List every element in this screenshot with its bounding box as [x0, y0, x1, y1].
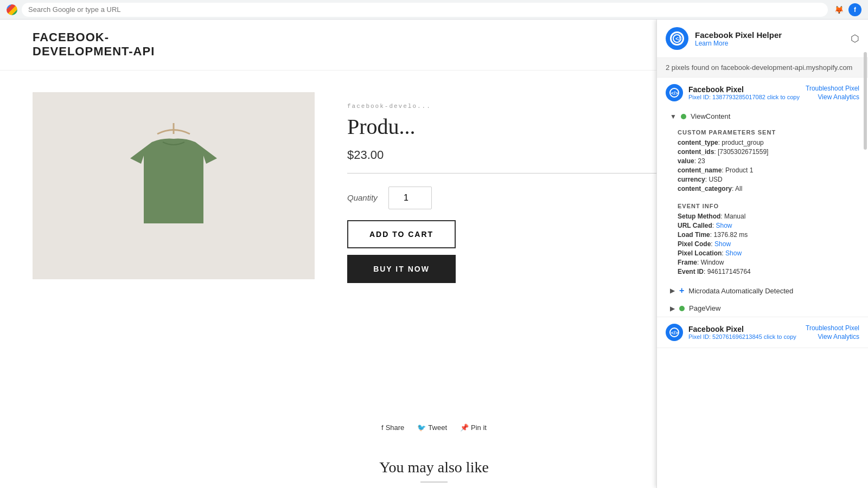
fpx-pixel2-id: Pixel ID: 520761696213845 click to copy — [688, 333, 800, 340]
product-image — [33, 92, 315, 279]
fpx-microdata-arrow[interactable]: ▶ — [670, 287, 675, 294]
fpx-params-section: CUSTOM PARAMETERS SENT content_type: pro… — [657, 125, 868, 198]
fpx-param-content_type: content_type: product_group — [678, 139, 859, 146]
svg-text:</>: </> — [671, 330, 678, 336]
pinterest-icon: 📌 — [460, 423, 469, 432]
fpx-pixel2-analytics-link[interactable]: View Analytics — [818, 333, 859, 341]
tshirt-svg — [119, 115, 228, 256]
fpx-analytics-link[interactable]: View Analytics — [818, 93, 859, 101]
share-twitter[interactable]: 🐦 Tweet — [417, 423, 447, 432]
fpx-external-link-icon[interactable]: ⬡ — [851, 33, 859, 44]
fpx-pageview-dot — [679, 306, 685, 311]
fpx-info-event-id: Event ID: 946117145764 — [678, 268, 859, 275]
fpx-event-info-section: EVENT INFO Setup Method: Manual URL Call… — [657, 198, 868, 281]
nav-brand: FACEBOOK- DEVELOPMENT-API — [33, 30, 727, 59]
fpx-pixel1-name: Facebook Pixel — [688, 85, 800, 94]
fpx-param-value: value: 23 — [678, 157, 859, 165]
also-like-divider — [420, 481, 448, 483]
fpx-pixel2-troubleshoot-link[interactable]: Troubleshoot Pixel — [806, 324, 859, 332]
fpx-url-called-link[interactable]: Show — [716, 222, 732, 229]
fpx-microdata-row: ▶ + Microdata Automatically Detected — [657, 281, 868, 300]
fpx-pixel2-logo: </> — [669, 328, 679, 337]
share-pinterest[interactable]: 📌 Pin it — [460, 423, 487, 432]
fpx-params-title: CUSTOM PARAMETERS SENT — [678, 129, 859, 136]
fpx-pixel1-header: </> Facebook Pixel Pixel ID: 13877932850… — [657, 78, 868, 108]
fpx-info-frame: Frame: Window — [678, 259, 859, 266]
fpx-param-currency: currency: USD — [678, 176, 859, 183]
fpx-pixel1-info: Facebook Pixel Pixel ID: 138779328501708… — [688, 85, 800, 100]
fpx-pixel1-actions: Troubleshoot Pixel View Analytics — [806, 85, 859, 101]
share-facebook[interactable]: f Share — [381, 423, 404, 432]
fpx-param-content_ids: content_ids: [7305302671559] — [678, 148, 859, 156]
fpx-pixel2-copy[interactable]: click to copy — [764, 333, 796, 340]
fpx-pixel1-icon: </> — [666, 84, 683, 101]
fpx-pixel2-actions: Troubleshoot Pixel View Analytics — [806, 324, 859, 341]
fpx-title-area: Facebook Pixel Helper Learn More — [695, 30, 844, 47]
fpx-title: Facebook Pixel Helper — [695, 30, 844, 40]
pixel-helper-icon[interactable]: f — [848, 3, 861, 16]
fpx-scroll-area[interactable]: </> Facebook Pixel Pixel ID: 13877932850… — [657, 78, 868, 488]
fpx-pixel1-logo: </> — [669, 88, 679, 98]
fpx-panel: </> Facebook Pixel Helper Learn More ⬡ 2… — [656, 20, 868, 488]
firefox-icon[interactable]: 🦊 — [832, 3, 845, 16]
fpx-event-info-title: EVENT INFO — [678, 203, 859, 209]
scrollbar[interactable] — [864, 52, 867, 150]
page: FACEBOOK- DEVELOPMENT-API HOME CATALOG — [0, 20, 868, 488]
fpx-logo: </> — [666, 27, 688, 50]
fpx-microdata-plus-icon: + — [679, 286, 684, 296]
svg-text:</>: </> — [671, 91, 678, 96]
fpx-pageview-label: PageView — [689, 304, 720, 312]
fpx-pixel2-icon: </> — [666, 324, 683, 341]
fpx-logo-inner: </> — [670, 31, 684, 46]
fpx-learn-more-link[interactable]: Learn More — [695, 40, 844, 47]
fpx-viewcontent-row: ▼ ViewContent — [657, 108, 868, 125]
fpx-viewcontent-arrow[interactable]: ▼ — [670, 113, 676, 120]
fpx-logo-icon: </> — [673, 34, 681, 43]
fpx-pixel-location-link[interactable]: Show — [725, 249, 742, 257]
browser-bar: 🦊 f — [0, 0, 868, 20]
fpx-info-load-time: Load Time: 1376.82 ms — [678, 231, 859, 239]
fpx-info-pixel-code: Pixel Code: Show — [678, 240, 859, 248]
fpx-pixel2-name: Facebook Pixel — [688, 325, 800, 333]
product-image-container — [33, 92, 315, 386]
fpx-info-pixel-location: Pixel Location: Show — [678, 249, 859, 257]
fpx-param-content_name: content_name: Product 1 — [678, 166, 859, 174]
fpx-found-banner: 2 pixels found on facebook-development-a… — [657, 58, 868, 78]
quantity-label: Quantity — [347, 193, 378, 202]
buy-now-button[interactable]: BUY IT NOW — [347, 255, 456, 283]
google-icon — [7, 4, 17, 15]
fpx-microdata-label: Microdata Automatically Detected — [688, 287, 793, 295]
fpx-pageview-row: ▶ PageView — [657, 300, 868, 317]
svg-text:</>: </> — [675, 36, 681, 42]
fpx-pixel2-header: </> Facebook Pixel Pixel ID: 52076169621… — [657, 317, 868, 348]
fpx-header: </> Facebook Pixel Helper Learn More ⬡ — [657, 20, 868, 58]
extension-icons: 🦊 f — [832, 3, 861, 16]
twitter-icon: 🐦 — [417, 423, 426, 432]
fpx-pixel-code-link[interactable]: Show — [714, 240, 731, 248]
fpx-info-url-called: URL Called: Show — [678, 222, 859, 229]
fpx-info-setup-method: Setup Method: Manual — [678, 213, 859, 220]
quantity-input[interactable] — [388, 187, 432, 209]
fpx-pixel1-copy[interactable]: click to copy — [767, 94, 800, 100]
fpx-pixel1-section: </> Facebook Pixel Pixel ID: 13877932850… — [657, 78, 868, 317]
fpx-param-content_category: content_category: All — [678, 185, 859, 192]
fpx-pageview-arrow[interactable]: ▶ — [670, 305, 675, 312]
fpx-viewcontent-dot — [681, 114, 686, 119]
fpx-pixel2-section: </> Facebook Pixel Pixel ID: 52076169621… — [657, 317, 868, 348]
facebook-icon: f — [381, 423, 384, 432]
address-bar[interactable] — [22, 3, 828, 17]
fpx-viewcontent-label: ViewContent — [691, 112, 730, 120]
add-to-cart-button[interactable]: ADD TO CART — [347, 220, 456, 248]
fpx-pixel1-id: Pixel ID: 1387793285017082 click to copy — [688, 94, 800, 100]
fpx-pixel2-info: Facebook Pixel Pixel ID: 520761696213845… — [688, 325, 800, 340]
fpx-troubleshoot-link[interactable]: Troubleshoot Pixel — [806, 85, 859, 92]
